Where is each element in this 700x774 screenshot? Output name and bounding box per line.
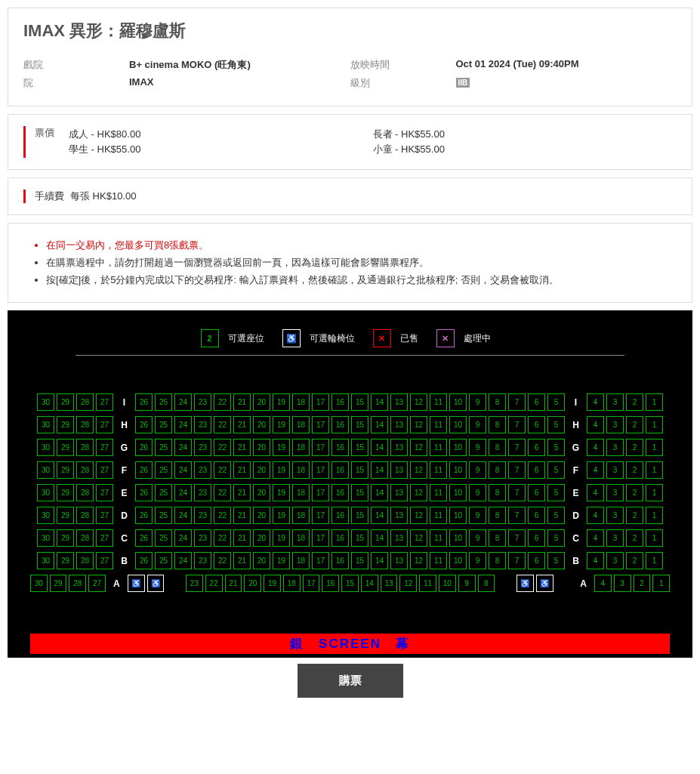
seat[interactable]: 18	[283, 575, 301, 592]
seat[interactable]: 17	[312, 529, 329, 547]
seat[interactable]: 28	[76, 393, 94, 411]
seat[interactable]: 29	[57, 507, 74, 524]
seat[interactable]: 30	[37, 529, 54, 547]
seat[interactable]: 10	[449, 507, 467, 524]
wheelchair-seat[interactable]: ♿	[517, 575, 534, 592]
seat[interactable]: 2	[626, 529, 643, 547]
seat[interactable]: 2	[626, 484, 643, 501]
seat[interactable]: 3	[606, 439, 624, 456]
seat[interactable]: 8	[489, 416, 506, 433]
seat[interactable]: 28	[76, 484, 94, 501]
seat[interactable]: 7	[508, 484, 526, 501]
seat[interactable]: 23	[194, 416, 211, 433]
seat[interactable]: 1	[646, 484, 663, 501]
seat[interactable]: 5	[547, 507, 565, 524]
seat[interactable]: 24	[174, 461, 192, 479]
seat[interactable]: 13	[381, 575, 398, 592]
seat[interactable]: 11	[419, 575, 436, 592]
seat[interactable]: 22	[214, 439, 231, 456]
seat[interactable]: 4	[587, 507, 604, 524]
seat[interactable]: 17	[312, 507, 329, 524]
seat[interactable]: 27	[96, 552, 113, 569]
seat[interactable]: 23	[194, 552, 211, 569]
seat[interactable]: 18	[292, 393, 310, 411]
seat[interactable]: 11	[430, 393, 447, 411]
seat[interactable]: 13	[390, 552, 408, 569]
seat[interactable]: 26	[135, 439, 153, 456]
seat[interactable]: 5	[547, 529, 565, 547]
seat[interactable]: 6	[528, 529, 545, 547]
seat[interactable]: 1	[646, 461, 663, 479]
seat[interactable]: 22	[205, 575, 223, 592]
seat[interactable]: 17	[312, 461, 329, 479]
seat[interactable]: 10	[449, 461, 467, 479]
seat[interactable]: 27	[96, 484, 113, 501]
seat[interactable]: 15	[351, 484, 369, 501]
seat[interactable]: 28	[76, 461, 94, 479]
seat[interactable]: 20	[253, 439, 270, 456]
seat[interactable]: 21	[233, 439, 251, 456]
seat[interactable]: 23	[194, 507, 211, 524]
seat[interactable]: 7	[508, 416, 526, 433]
seat[interactable]: 16	[331, 484, 349, 501]
seat[interactable]: 5	[547, 552, 565, 569]
seat[interactable]: 12	[410, 484, 427, 501]
seat[interactable]: 17	[312, 439, 329, 456]
seat[interactable]: 22	[214, 416, 231, 433]
seat[interactable]: 29	[57, 416, 74, 433]
seat[interactable]: 3	[606, 461, 624, 479]
seat[interactable]: 19	[273, 507, 290, 524]
seat[interactable]: 28	[76, 416, 94, 433]
seat[interactable]: 20	[253, 461, 270, 479]
seat[interactable]: 14	[371, 416, 388, 433]
seat[interactable]: 13	[390, 416, 408, 433]
seat[interactable]: 25	[155, 507, 172, 524]
seat[interactable]: 20	[253, 552, 270, 569]
seat[interactable]: 6	[528, 439, 545, 456]
seat[interactable]: 8	[489, 507, 506, 524]
seat[interactable]: 18	[292, 552, 310, 569]
seat[interactable]: 1	[652, 575, 670, 592]
seat[interactable]: 4	[587, 529, 604, 547]
seat[interactable]: 26	[135, 461, 153, 479]
seat[interactable]: 4	[587, 461, 604, 479]
seat[interactable]: 21	[233, 416, 251, 433]
seat[interactable]: 8	[489, 439, 506, 456]
seat[interactable]: 16	[331, 439, 349, 456]
seat[interactable]: 9	[469, 507, 486, 524]
seat[interactable]: 28	[76, 507, 94, 524]
seat[interactable]: 15	[351, 552, 369, 569]
seat[interactable]: 5	[547, 416, 565, 433]
seat[interactable]: 8	[478, 575, 495, 592]
seat[interactable]: 14	[361, 575, 378, 592]
seat[interactable]: 3	[606, 416, 624, 433]
seat[interactable]: 2	[626, 461, 643, 479]
seat[interactable]: 4	[587, 484, 604, 501]
seat[interactable]: 15	[351, 529, 369, 547]
seat[interactable]: 25	[155, 529, 172, 547]
seat[interactable]: 29	[57, 552, 74, 569]
seat[interactable]: 9	[469, 393, 486, 411]
seat[interactable]: 24	[174, 552, 192, 569]
seat[interactable]: 19	[273, 439, 290, 456]
seat[interactable]: 24	[174, 416, 192, 433]
seat[interactable]: 1	[646, 416, 663, 433]
seat[interactable]: 11	[430, 529, 447, 547]
seat[interactable]: 9	[469, 552, 486, 569]
seat[interactable]: 20	[253, 416, 270, 433]
seat[interactable]: 13	[390, 439, 408, 456]
seat[interactable]: 23	[186, 575, 203, 592]
seat[interactable]: 1	[646, 552, 663, 569]
seat[interactable]: 12	[410, 552, 427, 569]
seat[interactable]: 21	[233, 461, 251, 479]
buy-tickets-button[interactable]: 購票	[298, 664, 403, 698]
seat[interactable]: 18	[292, 416, 310, 433]
seat[interactable]: 23	[194, 529, 211, 547]
seat[interactable]: 11	[430, 507, 447, 524]
seat[interactable]: 3	[606, 552, 624, 569]
seat[interactable]: 9	[469, 439, 486, 456]
seat[interactable]: 30	[37, 507, 54, 524]
seat[interactable]: 13	[390, 507, 408, 524]
seat[interactable]: 27	[96, 393, 113, 411]
seat[interactable]: 24	[174, 393, 192, 411]
